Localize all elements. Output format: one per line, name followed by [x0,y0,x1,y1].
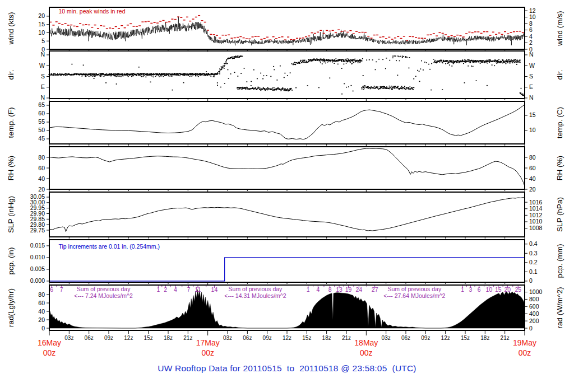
svg-text:7: 7 [60,286,63,293]
dir-series [48,55,524,96]
pcp-series [49,258,525,281]
slp-left-axis-title: SLP (inHg) [7,196,15,233]
panel-wind: 10 min. peak winds in red051015200246810… [7,7,564,53]
svg-text:21z: 21z [501,335,510,341]
wind-annotation: 10 min. peak winds in red [58,8,125,15]
svg-text:60: 60 [529,165,536,171]
svg-text:4: 4 [316,286,320,293]
svg-text:1: 1 [156,286,160,293]
svg-text:40: 40 [38,308,45,315]
svg-text:60: 60 [38,300,45,306]
svg-text:12z: 12z [441,335,450,341]
svg-text:09z: 09z [104,335,113,341]
svg-text:12: 12 [529,7,536,14]
svg-text:1016: 1016 [529,199,543,206]
svg-text:19: 19 [345,286,352,293]
radiation-mjoule-marks: 67124711141481319242713610152025Sum of p… [50,286,521,300]
svg-text:1014: 1014 [529,205,543,212]
svg-text:7: 7 [187,286,191,293]
svg-text:6: 6 [50,286,53,293]
svg-text:E: E [529,83,533,90]
svg-text:11: 11 [195,286,201,293]
svg-text:0.015: 0.015 [30,242,45,249]
slp-right-axis-title: SLP (hPa) [556,197,564,232]
svg-text:4: 4 [174,286,177,293]
svg-text:65: 65 [38,101,45,108]
svg-text:03z: 03z [223,335,232,341]
svg-text:18z: 18z [480,335,489,341]
panel-pcp: Tip increments are 0.01 in. (0.254mm.)0.… [7,240,564,285]
svg-text:200: 200 [529,318,539,324]
svg-text:00z: 00z [360,348,373,357]
svg-text:N: N [40,94,45,101]
rh-left-axis-title: RH (%) [7,156,15,180]
svg-text:3: 3 [469,286,473,293]
slp-series [49,197,525,232]
svg-text:20: 20 [529,186,536,193]
svg-text:80: 80 [38,291,45,298]
svg-text:10: 10 [529,13,536,20]
rh-right-axis-title: RH (%) [556,156,564,180]
dir-right-axis-title: dir. [556,69,564,80]
svg-text:13: 13 [336,286,342,293]
temp-left-axis-title: temp. (F) [7,108,15,138]
svg-text:15z: 15z [144,335,153,341]
svg-text:45: 45 [38,135,45,142]
panel-rh: 2040608020406080RH (%)RH (%) [7,147,564,193]
svg-text:1000: 1000 [529,288,543,295]
svg-text:S: S [41,73,45,80]
svg-text:2: 2 [164,286,167,293]
temp-series [49,105,525,139]
svg-text:20: 20 [504,286,511,293]
svg-text:0.2: 0.2 [529,259,538,265]
svg-text:18May: 18May [354,338,378,347]
svg-text:15z: 15z [461,335,470,341]
svg-text:25: 25 [515,286,521,293]
svg-text:Sum of previous day: Sum of previous day [77,286,131,292]
svg-text:0: 0 [529,325,533,332]
svg-text:06z: 06z [401,335,410,341]
svg-text:00z: 00z [201,348,214,357]
meteogram-chart-canvas: 10 min. peak winds in red051015200246810… [0,0,574,392]
svg-text:10: 10 [486,286,493,293]
wind-peak-marks [49,16,524,40]
svg-text:0: 0 [41,325,45,332]
svg-text:24: 24 [356,286,363,293]
svg-text:20: 20 [38,186,45,193]
svg-text:16May: 16May [38,338,61,347]
svg-text:18z: 18z [164,335,173,341]
svg-text:03z: 03z [64,335,73,341]
svg-text:600: 600 [529,303,539,310]
time-axis-labels: 03z06z09z12z15z18z21z03z06z09z12z15z18z2… [38,335,536,357]
svg-text:1: 1 [461,286,464,293]
svg-text:<--- 27.64 MJoules/m^2: <--- 27.64 MJoules/m^2 [383,292,445,299]
svg-text:8: 8 [328,286,332,293]
temp-right-axis-title: temp. (C) [556,107,564,138]
svg-text:15: 15 [38,21,45,27]
rh-series [49,148,525,185]
svg-text:06z: 06z [243,335,252,341]
svg-text:00z: 00z [519,348,531,357]
svg-text:27: 27 [372,286,378,293]
svg-text:8: 8 [529,20,533,27]
axes-rh: 2040608020406080 [38,147,536,193]
figure-title: UW Rooftop Data for 20110515 to 20110518… [0,363,574,374]
svg-text:12z: 12z [283,335,291,341]
wind-series [49,17,525,45]
svg-text:15: 15 [529,111,536,118]
wind-left-axis-title: wind (kts) [7,12,15,45]
svg-text:1010: 1010 [529,218,543,225]
svg-text:21z: 21z [342,335,351,341]
panel-dir: NESWNNESWNdir.dir. [7,51,564,101]
svg-text:15z: 15z [302,335,311,341]
svg-text:17May: 17May [196,338,220,347]
svg-text:0: 0 [529,277,533,284]
svg-text:60: 60 [38,110,45,116]
svg-text:55: 55 [38,118,45,125]
svg-text:Sum of previous day: Sum of previous day [229,286,283,292]
svg-text:14: 14 [211,286,218,293]
svg-text:2: 2 [529,39,533,46]
svg-text:50: 50 [38,127,45,133]
svg-text:N: N [529,51,534,58]
svg-text:6: 6 [529,26,533,33]
